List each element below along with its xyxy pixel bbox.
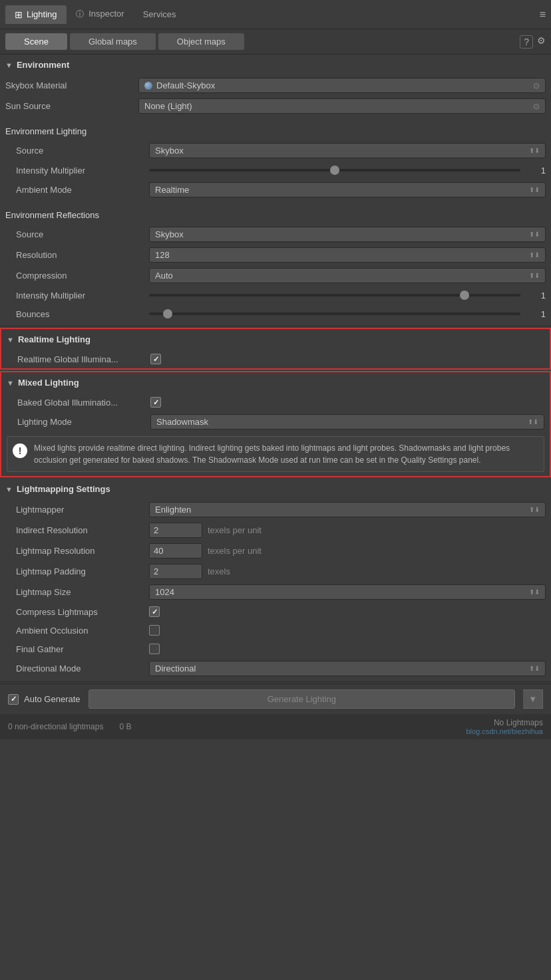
- tab-inspector[interactable]: ⓘ Inspector: [67, 5, 134, 24]
- bounces-slider-value: 1: [526, 309, 546, 319]
- skybox-material-text: Default-Skybox: [156, 80, 215, 90]
- lighting-tab-label: Lighting: [27, 9, 57, 19]
- refl-source-label: Source: [16, 229, 149, 239]
- settings-icon[interactable]: ⚙: [537, 35, 546, 49]
- refl-source-dropdown-text: Skybox: [155, 229, 184, 239]
- env-reflections-row: Environment Reflections: [0, 205, 551, 224]
- ambient-occlusion-checkbox[interactable]: [149, 625, 160, 636]
- resolution-row: Resolution 128 ⬆⬇: [0, 245, 551, 265]
- skybox-material-field[interactable]: Default-Skybox ⊙: [138, 78, 546, 93]
- sun-source-value: None (Light) ⊙: [138, 98, 546, 114]
- env-source-dropdown[interactable]: Skybox ⬆⬇: [149, 143, 546, 158]
- services-tab-label: Services: [143, 9, 176, 19]
- inspector-tab-label: Inspector: [89, 9, 124, 19]
- lighting-mode-dropdown-text: Shadowmask: [156, 417, 208, 427]
- size-info: 0 B: [119, 722, 131, 731]
- final-gather-checkbox[interactable]: [149, 644, 160, 654]
- indirect-res-row: Indirect Resolution texels per unit: [0, 520, 551, 541]
- main-scroll-area[interactable]: ▼ Environment Skybox Material Default-Sk…: [0, 55, 551, 683]
- intensity-label: Intensity Multiplier: [16, 166, 149, 176]
- ambient-mode-dropdown-text: Realtime: [155, 185, 189, 195]
- generate-lighting-arrow-button[interactable]: ▼: [523, 689, 543, 709]
- realtime-gi-checkbox[interactable]: [150, 354, 161, 364]
- help-icon[interactable]: ?: [520, 35, 533, 49]
- lightmap-size-value: 1024 ⬆⬇: [149, 584, 546, 600]
- inspector-icon: ⓘ: [76, 9, 84, 19]
- intensity-slider-value: 1: [526, 166, 546, 176]
- compress-lightmaps-row: Compress Lightmaps: [0, 602, 551, 621]
- mixed-lighting-section: ▼ Mixed Lighting Baked Global Illuminati…: [0, 371, 551, 477]
- realtime-gi-label: Realtime Global Illumina...: [17, 354, 150, 364]
- generate-lighting-label: Generate Lighting: [268, 694, 336, 704]
- indirect-res-unit: texels per unit: [208, 525, 262, 535]
- environment-header[interactable]: ▼ Environment: [0, 55, 551, 75]
- ambient-mode-value: Realtime ⬆⬇: [149, 182, 546, 197]
- refl-source-arrow-icon: ⬆⬇: [529, 231, 540, 238]
- lightmap-padding-input[interactable]: [149, 564, 202, 579]
- refl-intensity-label: Intensity Multiplier: [16, 291, 149, 301]
- sun-source-field[interactable]: None (Light) ⊙: [138, 98, 546, 114]
- compression-value: Auto ⬆⬇: [149, 268, 546, 283]
- lightmapper-dropdown[interactable]: Enlighten ⬆⬇: [149, 502, 546, 517]
- lightmapper-arrow-icon: ⬆⬇: [529, 506, 540, 513]
- status-info: 0 non-directional lightmaps 0 B: [8, 722, 131, 731]
- directional-mode-dropdown[interactable]: Directional ⬆⬇: [149, 661, 546, 676]
- lightmap-size-label: Lightmap Size: [16, 587, 149, 597]
- info-text: Mixed lights provide realtime direct lig…: [34, 442, 538, 466]
- tab-scene[interactable]: Scene: [5, 33, 67, 50]
- lightmap-res-input[interactable]: [149, 543, 202, 558]
- skybox-material-value: Default-Skybox ⊙: [138, 78, 546, 93]
- tab-global-maps[interactable]: Global maps: [70, 33, 156, 50]
- refl-intensity-thumb[interactable]: [460, 291, 469, 300]
- ambient-occlusion-row: Ambient Occlusion: [0, 621, 551, 640]
- status-right: No Lightmaps blog.csdn.net/biezhihua: [466, 718, 543, 735]
- mixed-lighting-header[interactable]: ▼ Mixed Lighting: [1, 372, 550, 393]
- indirect-res-input[interactable]: [149, 523, 202, 538]
- env-lighting-row: Environment Lighting: [0, 122, 551, 140]
- ambient-mode-dropdown[interactable]: Realtime ⬆⬇: [149, 182, 546, 197]
- compress-lightmaps-label: Compress Lightmaps: [16, 607, 149, 617]
- baked-gi-checkbox[interactable]: [150, 397, 161, 408]
- bounces-thumb[interactable]: [163, 309, 172, 318]
- indirect-res-label: Indirect Resolution: [16, 525, 149, 535]
- lighting-mode-dropdown[interactable]: Shadowmask ⬆⬇: [150, 414, 544, 429]
- env-source-dropdown-text: Skybox: [155, 146, 184, 156]
- refl-intensity-track[interactable]: [149, 294, 520, 297]
- menu-icon[interactable]: ≡: [540, 9, 546, 21]
- realtime-arrow-icon: ▼: [7, 336, 14, 344]
- realtime-lighting-header[interactable]: ▼ Realtime Lighting: [1, 329, 550, 350]
- resolution-dropdown[interactable]: 128 ⬆⬇: [149, 247, 546, 263]
- bounces-track[interactable]: [149, 312, 520, 315]
- auto-generate-checkbox[interactable]: [8, 694, 19, 705]
- subtab-icons: ? ⚙: [520, 35, 546, 49]
- resolution-arrow-icon: ⬆⬇: [529, 251, 540, 259]
- intensity-value: 1: [149, 166, 546, 176]
- info-box: ! Mixed lights provide realtime direct l…: [7, 436, 544, 472]
- directional-mode-value: Directional ⬆⬇: [149, 661, 546, 676]
- lightmap-size-dropdown[interactable]: 1024 ⬆⬇: [149, 584, 546, 600]
- tab-object-maps[interactable]: Object maps: [158, 33, 244, 50]
- baked-gi-row: Baked Global Illuminatio...: [1, 393, 550, 412]
- intensity-slider-thumb[interactable]: [330, 166, 339, 175]
- final-gather-row: Final Gather: [0, 640, 551, 658]
- lightmap-size-arrow-icon: ⬆⬇: [529, 588, 540, 596]
- intensity-slider-track[interactable]: [149, 169, 520, 172]
- refl-source-dropdown[interactable]: Skybox ⬆⬇: [149, 227, 546, 242]
- sun-source-row: Sun Source None (Light) ⊙: [0, 96, 551, 116]
- lightmap-res-label: Lightmap Resolution: [16, 546, 149, 556]
- directional-mode-arrow-icon: ⬆⬇: [529, 665, 540, 672]
- lightmap-res-row: Lightmap Resolution texels per unit: [0, 541, 551, 561]
- lightmapping-header[interactable]: ▼ Lightmapping Settings: [0, 479, 551, 499]
- skybox-material-row: Skybox Material Default-Skybox ⊙: [0, 75, 551, 96]
- lightmap-padding-label: Lightmap Padding: [16, 566, 149, 576]
- final-gather-label: Final Gather: [16, 644, 149, 654]
- generate-lighting-button[interactable]: Generate Lighting: [89, 689, 516, 709]
- tab-services[interactable]: Services: [134, 5, 186, 23]
- compress-lightmaps-value: [149, 606, 546, 617]
- compression-dropdown[interactable]: Auto ⬆⬇: [149, 268, 546, 283]
- lightmaps-info: 0 non-directional lightmaps: [8, 722, 103, 731]
- no-lightmaps-text: No Lightmaps: [494, 718, 543, 727]
- compress-lightmaps-checkbox[interactable]: [149, 606, 160, 617]
- lightmap-padding-row: Lightmap Padding texels: [0, 561, 551, 582]
- tab-lighting[interactable]: ⊞ Lighting: [5, 5, 67, 24]
